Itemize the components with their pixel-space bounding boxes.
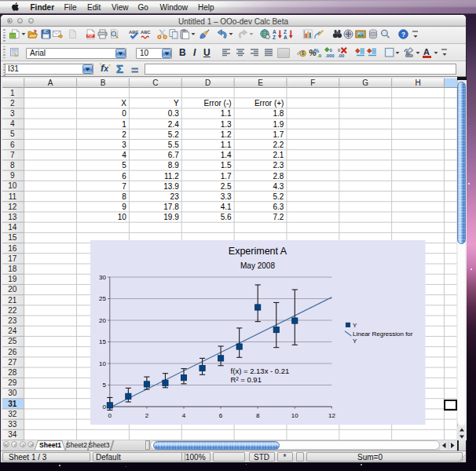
svg-text:5: 5 (103, 382, 107, 389)
svg-text:6: 6 (219, 411, 223, 418)
svg-text:30: 30 (99, 273, 106, 280)
svg-text:Linear Regression for: Linear Regression for (353, 330, 413, 337)
svg-text:Y: Y (353, 322, 357, 329)
svg-text:f(x) = 2.13x - 0.21: f(x) = 2.13x - 0.21 (231, 367, 290, 375)
svg-text:0: 0 (108, 411, 112, 418)
svg-text:0: 0 (103, 403, 107, 410)
svg-text:Experiment A: Experiment A (229, 245, 287, 256)
svg-text:May 2008: May 2008 (240, 261, 275, 270)
svg-text:10: 10 (291, 411, 298, 418)
svg-text:12: 12 (328, 411, 335, 418)
svg-text:2: 2 (145, 411, 149, 418)
svg-text:Y: Y (353, 338, 357, 345)
svg-text:15: 15 (99, 338, 106, 345)
svg-text:R² = 0.91: R² = 0.91 (231, 375, 262, 384)
svg-text:20: 20 (99, 316, 106, 323)
svg-text:8: 8 (256, 411, 260, 418)
svg-text:25: 25 (99, 295, 106, 302)
svg-text:4: 4 (182, 411, 186, 418)
svg-text:10: 10 (99, 360, 106, 367)
